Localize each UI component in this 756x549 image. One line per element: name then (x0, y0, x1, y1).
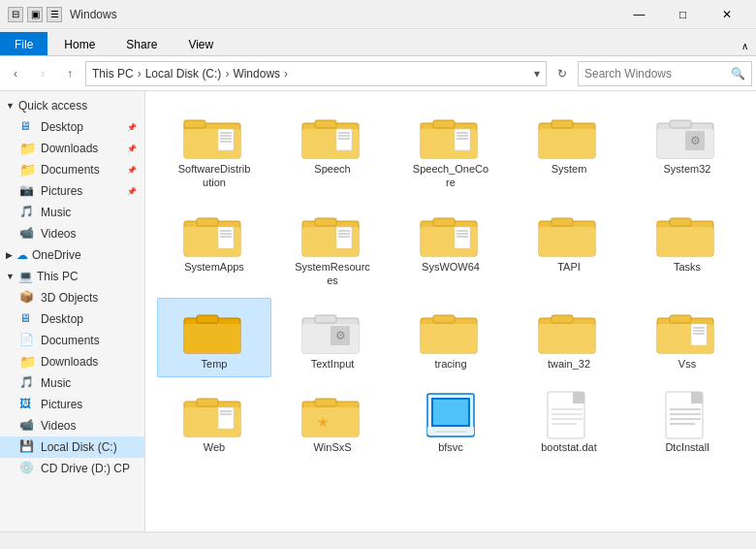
sidebar-item-label: Downloads (41, 355, 98, 369)
file-label: Tasks (674, 260, 701, 274)
sidebar-item-label: Local Disk (C:) (41, 440, 117, 454)
disk-icon: 💾 (19, 439, 35, 455)
file-item[interactable]: Speech_OneCore (394, 103, 508, 197)
back-button[interactable]: ‹ (4, 62, 27, 85)
forward-button[interactable]: › (31, 62, 54, 85)
chevron-down-icon: ▼ (6, 101, 15, 111)
file-label: Vss (678, 357, 696, 371)
file-item[interactable]: SystemApps (157, 201, 271, 295)
file-item[interactable]: tracing (394, 298, 508, 377)
file-label: DtcInstall (665, 440, 709, 454)
svg-text:★: ★ (317, 414, 330, 430)
pin-icon: 📌 (127, 123, 137, 132)
sidebar-item-pictures-quick[interactable]: 📷 Pictures 📌 (0, 180, 144, 202)
thispc-label: This PC (37, 270, 79, 283)
file-item[interactable]: SystemResources (275, 201, 390, 295)
breadcrumb-segment: Local Disk (C:) (145, 67, 222, 81)
pin-icon: 📌 (127, 145, 137, 153)
file-icon-large (538, 390, 600, 440)
file-item[interactable]: TAPI (512, 201, 626, 295)
sidebar-item-documents-pc[interactable]: 📄 Documents (0, 330, 144, 351)
svg-rect-56 (670, 218, 691, 226)
sidebar-item-desktop-quick[interactable]: 🖥 Desktop 📌 (0, 116, 144, 138)
sidebar-item-3dobjects[interactable]: 📦 3D Objects (0, 287, 144, 308)
file-item[interactable]: bfsvc (394, 381, 508, 461)
svg-rect-74 (691, 324, 707, 345)
minimize-button[interactable]: — (617, 0, 661, 29)
folder-icon-large (183, 307, 245, 357)
svg-text:⚙: ⚙ (690, 134, 701, 147)
music-icon: 🎵 (19, 375, 35, 391)
cd-icon: 💿 (19, 461, 35, 476)
file-item[interactable]: ★ WinSxS (275, 381, 390, 461)
sidebar-item-label: Videos (41, 419, 76, 433)
pictures-icon: 📷 (19, 183, 35, 199)
sidebar-item-downloads-pc[interactable]: 📁 Downloads (0, 351, 144, 372)
folder-icon-large (656, 210, 718, 260)
folder-icon-large (538, 112, 600, 162)
sidebar-item-pictures-pc[interactable]: 🖼 Pictures (0, 394, 144, 415)
file-label: Speech_OneCore (412, 162, 489, 190)
sidebar-item-label: Desktop (41, 312, 83, 326)
file-item-temp[interactable]: Temp (157, 298, 271, 377)
file-item[interactable]: ⚙ TextInput (275, 298, 390, 377)
file-item[interactable]: SoftwareDistribution (157, 103, 271, 197)
onedrive-label: OneDrive (32, 248, 81, 262)
tab-share[interactable]: Share (111, 32, 172, 55)
sidebar-section-onedrive[interactable]: ▶ ☁ OneDrive (0, 244, 144, 266)
svg-rect-73 (670, 315, 691, 323)
svg-rect-91 (427, 427, 474, 435)
up-button[interactable]: ↑ (58, 62, 81, 85)
svg-rect-10 (315, 120, 336, 128)
sidebar-item-cddrive[interactable]: 💿 CD Drive (D:) CP (0, 458, 144, 479)
refresh-button[interactable]: ↻ (551, 62, 574, 85)
breadcrumb-separator: › (138, 67, 142, 81)
file-item[interactable]: DtcInstall (630, 381, 744, 461)
file-item[interactable]: ⚙ System32 (630, 103, 744, 197)
tab-file[interactable]: File (0, 32, 47, 55)
video-icon: 📹 (19, 418, 35, 434)
ribbon-expand-button[interactable]: ∧ (734, 37, 756, 55)
file-item[interactable]: Web (157, 381, 271, 461)
sidebar-item-label: Music (41, 376, 71, 390)
file-item[interactable]: Speech (275, 103, 390, 197)
tab-home[interactable]: Home (49, 32, 110, 55)
svg-rect-80 (197, 399, 218, 406)
sidebar-item-documents-quick[interactable]: 📁 Documents 📌 (0, 159, 144, 180)
sidebar-item-localdisk[interactable]: 💾 Local Disk (C:) (0, 436, 144, 458)
sidebar-item-music-quick[interactable]: 🎵 Music (0, 202, 144, 223)
svg-rect-3 (218, 129, 234, 150)
sidebar-item-videos-quick[interactable]: 📹 Videos (0, 223, 144, 244)
breadcrumb-dropdown-icon[interactable]: ▾ (534, 67, 540, 81)
breadcrumb[interactable]: This PC › Local Disk (C:) › Windows › ▾ (85, 61, 547, 86)
folder-icon-large: ★ (301, 390, 363, 440)
sidebar-item-label: Downloads (41, 142, 98, 155)
desktop-icon: 🖥 (19, 311, 35, 327)
file-item[interactable]: twain_32 (512, 298, 626, 377)
file-item[interactable]: Tasks (630, 201, 744, 295)
folder-icon-large (183, 112, 245, 162)
svg-rect-33 (218, 227, 234, 248)
file-item[interactable]: Vss (630, 298, 744, 377)
svg-rect-23 (539, 129, 595, 158)
sidebar-section-quick-access[interactable]: ▼ Quick access (0, 95, 144, 116)
tab-view[interactable]: View (173, 32, 228, 55)
file-item[interactable]: bootstat.dat (512, 381, 626, 461)
maximize-button[interactable]: □ (661, 0, 705, 29)
folder-icon-large (420, 307, 482, 357)
sidebar-item-downloads-quick[interactable]: 📁 Downloads 📌 (0, 138, 144, 159)
file-label: SoftwareDistribution (175, 162, 253, 190)
window-icon: ▣ (27, 7, 43, 22)
file-item[interactable]: System (512, 103, 626, 197)
search-input[interactable] (584, 67, 731, 81)
sidebar-item-music-pc[interactable]: 🎵 Music (0, 372, 144, 394)
sidebar-item-desktop-pc[interactable]: 🖥 Desktop (0, 308, 144, 330)
close-button[interactable]: ✕ (705, 0, 748, 29)
file-item[interactable]: SysWOW64 (394, 201, 508, 295)
sidebar-item-videos-pc[interactable]: 📹 Videos (0, 415, 144, 436)
sidebar-item-label: CD Drive (D:) CP (41, 462, 130, 475)
svg-rect-81 (218, 407, 234, 429)
sidebar-item-label: Documents (41, 163, 100, 177)
title-controls: — □ ✕ (617, 0, 748, 29)
sidebar-section-thispc[interactable]: ▼ 💻 This PC (0, 266, 144, 287)
